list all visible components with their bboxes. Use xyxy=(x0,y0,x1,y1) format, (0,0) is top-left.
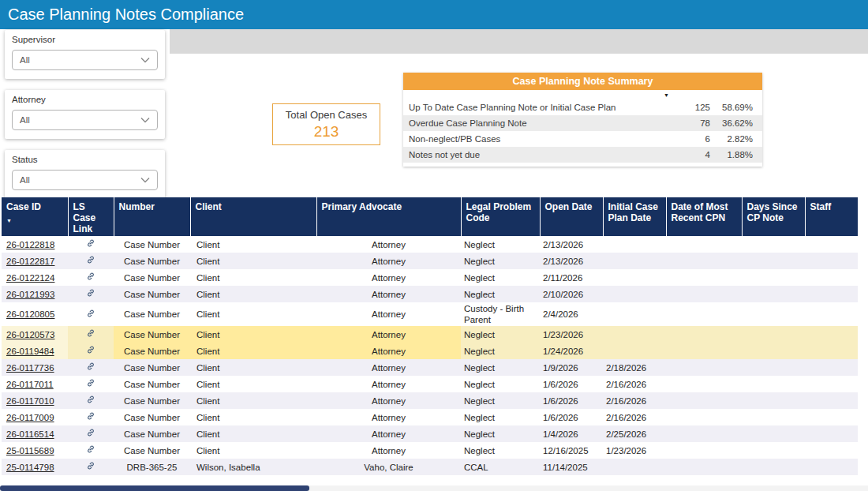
initial-plan-date-cell: 2/25/2026 xyxy=(603,425,666,442)
summary-rows: Up To Date Case Planning Note or Initial… xyxy=(403,99,762,163)
column-header[interactable]: Date of Most Recent CPN xyxy=(666,197,742,236)
case-id-link[interactable]: 26-0117009 xyxy=(6,413,54,422)
table-row: 26-0120805Case NumberClientAttorneyCusto… xyxy=(2,302,858,326)
case-number-cell: Case Number xyxy=(114,376,190,392)
case-id-link[interactable]: 25-0114798 xyxy=(6,463,54,472)
column-header-label: Days Since CP Note xyxy=(747,201,798,223)
column-header[interactable]: Days Since CP Note xyxy=(742,197,805,236)
summary-row[interactable]: Notes not yet due41.88% xyxy=(403,147,762,163)
client-cell: Client xyxy=(190,326,316,343)
link-icon[interactable] xyxy=(86,411,95,423)
column-header[interactable]: Initial Case Plan Date xyxy=(603,197,666,236)
case-id-link[interactable]: 26-0122818 xyxy=(6,240,54,249)
case-id-link[interactable]: 26-0122817 xyxy=(6,257,54,266)
link-icon[interactable] xyxy=(86,378,95,390)
case-number-cell: Case Number xyxy=(114,253,190,269)
case-id-link[interactable]: 25-0115689 xyxy=(6,446,54,455)
filter-dropdown[interactable]: All xyxy=(12,170,158,190)
case-id-link[interactable]: 26-0117736 xyxy=(6,363,54,373)
summary-row[interactable]: Overdue Case Planning Note7836.62% xyxy=(403,115,762,131)
table-row: 26-0119484Case NumberClientAttorneyNegle… xyxy=(2,343,858,359)
case-number-cell: Case Number xyxy=(114,269,190,286)
case-id-cell: 26-0122817 xyxy=(2,253,68,269)
column-header[interactable]: Primary Advocate xyxy=(316,197,461,236)
link-icon[interactable] xyxy=(86,461,95,473)
recent-cpn-date-cell xyxy=(666,286,742,302)
days-since-cp-note-cell xyxy=(742,392,805,409)
open-date-cell: 1/6/2026 xyxy=(540,376,603,392)
link-icon[interactable] xyxy=(86,362,95,373)
case-id-link[interactable]: 26-0121993 xyxy=(6,290,54,299)
case-id-link[interactable]: 26-0120573 xyxy=(6,330,54,339)
link-icon[interactable] xyxy=(86,288,95,300)
staff-cell xyxy=(805,442,858,459)
link-icon[interactable] xyxy=(86,255,95,267)
case-id-cell: 26-0120805 xyxy=(2,302,68,326)
scrollbar-thumb[interactable] xyxy=(0,485,309,491)
case-id-cell: 26-0122124 xyxy=(2,269,68,286)
column-header-label: Staff xyxy=(810,201,832,212)
summary-row-label: Overdue Case Planning Note xyxy=(403,115,672,131)
chevron-down-icon xyxy=(140,177,150,183)
open-date-cell: 1/6/2026 xyxy=(540,392,603,409)
days-since-cp-note-cell xyxy=(742,442,805,459)
initial-plan-date-cell xyxy=(603,253,666,269)
sort-descending-icon[interactable]: ▼ xyxy=(6,218,65,223)
column-header[interactable]: Open Date xyxy=(540,197,603,236)
staff-cell xyxy=(805,253,858,269)
ls-case-link-cell xyxy=(68,253,114,269)
column-header[interactable]: Number xyxy=(114,197,190,236)
column-header[interactable]: Client xyxy=(190,197,316,236)
case-number-cell: Case Number xyxy=(114,343,190,359)
case-id-link[interactable]: 26-0119484 xyxy=(6,347,54,356)
link-icon[interactable] xyxy=(86,395,95,407)
open-date-cell: 2/11/2026 xyxy=(540,269,603,286)
link-icon[interactable] xyxy=(86,272,95,283)
initial-plan-date-cell: 2/16/2026 xyxy=(603,409,666,425)
case-id-link[interactable]: 26-0120805 xyxy=(6,309,54,319)
column-header[interactable]: Staff xyxy=(805,197,858,236)
legal-problem-code-cell: Custody - Birth Parent xyxy=(461,302,540,326)
summary-row[interactable]: Up To Date Case Planning Note or Initial… xyxy=(403,99,762,115)
case-id-link[interactable]: 26-0116514 xyxy=(6,429,54,439)
primary-advocate-cell: Attorney xyxy=(316,236,461,253)
summary-row-count: 125 xyxy=(672,99,710,115)
filter-value: All xyxy=(20,115,30,125)
column-header[interactable]: Legal Problem Code xyxy=(461,197,540,236)
open-date-cell: 1/6/2026 xyxy=(540,409,603,425)
table-row: 26-0117736Case NumberClientAttorneyNegle… xyxy=(2,359,858,376)
staff-cell xyxy=(805,359,858,376)
case-id-link[interactable]: 26-0117010 xyxy=(6,396,54,406)
column-header[interactable]: LS Case Link xyxy=(68,197,114,236)
link-icon[interactable] xyxy=(86,328,95,340)
link-icon[interactable] xyxy=(86,444,95,456)
filter-dropdown[interactable]: All xyxy=(12,110,158,130)
link-icon[interactable] xyxy=(86,309,95,320)
case-id-link[interactable]: 26-0122124 xyxy=(6,273,54,283)
case-number-cell: Case Number xyxy=(114,326,190,343)
ls-case-link-cell xyxy=(68,326,114,343)
client-cell: Client xyxy=(190,359,316,376)
days-since-cp-note-cell xyxy=(742,236,805,253)
primary-advocate-cell: Attorney xyxy=(316,286,461,302)
days-since-cp-note-cell xyxy=(742,269,805,286)
legal-problem-code-cell: Neglect xyxy=(461,286,540,302)
case-id-link[interactable]: 26-0117011 xyxy=(6,380,54,389)
initial-plan-date-cell: 1/23/2026 xyxy=(603,442,666,459)
link-icon[interactable] xyxy=(86,345,95,357)
column-header[interactable]: Case ID▼ xyxy=(2,197,68,236)
ls-case-link-cell xyxy=(68,286,114,302)
legal-problem-code-cell: Neglect xyxy=(461,425,540,442)
chevron-down-icon[interactable]: ▼ xyxy=(664,92,669,99)
filter-supervisor: SupervisorAll xyxy=(5,30,165,79)
case-id-cell: 26-0117011 xyxy=(2,376,68,392)
link-icon[interactable] xyxy=(86,428,95,440)
summary-row[interactable]: Non-neglect/PB Cases62.82% xyxy=(403,131,762,147)
link-icon[interactable] xyxy=(86,238,95,250)
staff-cell xyxy=(805,236,858,253)
initial-plan-date-cell: 2/18/2026 xyxy=(603,359,666,376)
horizontal-scrollbar[interactable] xyxy=(0,485,868,491)
legal-problem-code-cell: Neglect xyxy=(461,236,540,253)
recent-cpn-date-cell xyxy=(666,459,742,475)
filter-dropdown[interactable]: All xyxy=(12,50,158,70)
